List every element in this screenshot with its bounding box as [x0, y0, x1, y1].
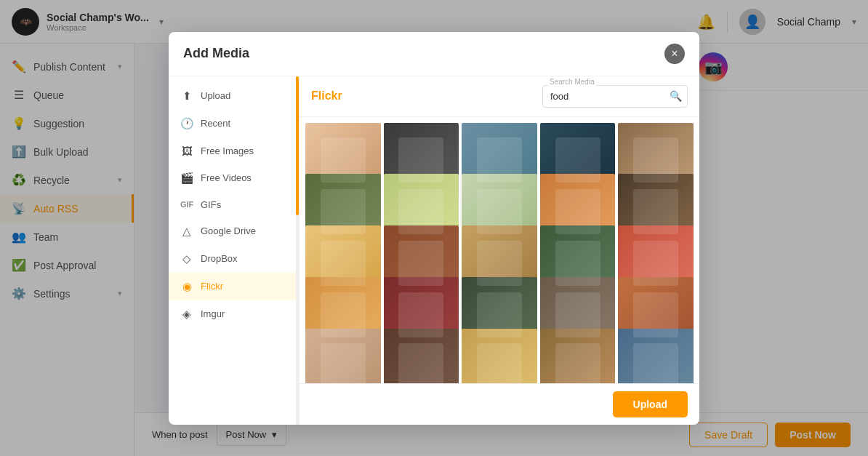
media-source-imgur[interactable]: ◈ Imgur [169, 300, 299, 328]
media-source-upload[interactable]: ⬆ Upload [169, 82, 299, 110]
dropbox-icon: ◇ [180, 252, 193, 265]
imgur-icon: ◈ [180, 308, 193, 321]
media-source-sidebar: ⬆ Upload 🕐 Recent 🖼 Free Images 🎬 Free V… [169, 76, 300, 425]
media-source-dropbox[interactable]: ◇ DropBox [169, 245, 299, 273]
media-source-label: Free Images [201, 145, 254, 156]
media-source-google-drive[interactable]: △ Google Drive [169, 217, 299, 245]
free-images-icon: 🖼 [180, 145, 193, 157]
modal-body: ⬆ Upload 🕐 Recent 🖼 Free Images 🎬 Free V… [169, 76, 699, 425]
source-title: Flickr [311, 89, 342, 103]
flickr-icon: ◉ [180, 280, 193, 293]
media-source-label: GIFs [201, 199, 221, 210]
upload-icon: ⬆ [180, 89, 193, 103]
scrollbar-thumb [296, 76, 299, 216]
media-source-gifs[interactable]: GIF GIFs [169, 192, 299, 217]
gif-icon: GIF [180, 200, 193, 209]
media-source-label: Imgur [201, 308, 225, 319]
media-source-label: Free Videos [201, 172, 252, 183]
media-source-label: Upload [201, 90, 230, 101]
media-source-label: Recent [201, 118, 230, 129]
media-source-label: DropBox [201, 253, 238, 264]
close-button[interactable]: × [664, 44, 685, 64]
media-source-label: Flickr [201, 281, 223, 292]
recent-icon: 🕐 [180, 117, 193, 130]
upload-button[interactable]: Upload [613, 391, 688, 417]
media-source-label: Google Drive [201, 225, 256, 236]
search-label: Search Media [548, 78, 596, 86]
google-drive-icon: △ [180, 225, 193, 238]
media-source-recent[interactable]: 🕐 Recent [169, 110, 299, 137]
scrollbar-track [296, 76, 299, 425]
media-content-header: Flickr Search Media 🔍 [300, 76, 699, 117]
modal-overlay: Add Media × ⬆ Upload 🕐 Recent 🖼 Free Ima… [0, 0, 868, 456]
modal-header: Add Media × [169, 32, 699, 76]
modal-footer: Upload [300, 383, 699, 425]
media-source-flickr[interactable]: ◉ Flickr [169, 273, 299, 300]
media-content-panel: Flickr Search Media 🔍 [300, 76, 699, 425]
search-input[interactable] [542, 85, 688, 108]
media-source-free-images[interactable]: 🖼 Free Images [169, 137, 299, 164]
search-wrapper: Search Media 🔍 [542, 85, 688, 108]
search-icon[interactable]: 🔍 [670, 90, 682, 102]
add-media-modal: Add Media × ⬆ Upload 🕐 Recent 🖼 Free Ima… [169, 32, 699, 425]
free-videos-icon: 🎬 [180, 172, 193, 185]
media-source-free-videos[interactable]: 🎬 Free Videos [169, 164, 299, 192]
modal-title: Add Media [183, 46, 249, 61]
image-grid [300, 117, 699, 383]
